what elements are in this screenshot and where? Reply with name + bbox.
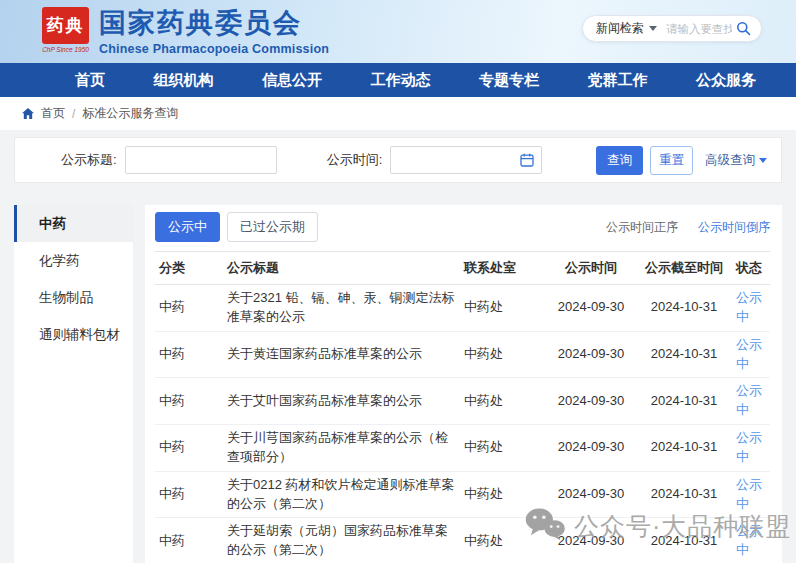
search-category-dropdown[interactable]: 新闻检索 bbox=[596, 20, 657, 37]
sort-time-ascending[interactable]: 公示时间正序 bbox=[606, 219, 678, 236]
category-cell: 中药 bbox=[155, 378, 223, 425]
status-link[interactable]: 公示中 bbox=[736, 337, 762, 371]
category-cell: 中药 bbox=[155, 285, 223, 332]
table-row: 中药关于0212 药材和饮片检定通则标准草案的公示（第二次）中药处2024-09… bbox=[155, 471, 770, 518]
seal-caption: ChP Since 1950 bbox=[42, 46, 89, 53]
main-content: 公示中 已过公示期 公示时间正序 公示时间倒序 分类公示标题联系处室公示时间公示… bbox=[145, 205, 782, 563]
status-link[interactable]: 公示中 bbox=[736, 477, 762, 511]
status-link[interactable]: 公示中 bbox=[736, 383, 762, 417]
breadcrumb-current: 标准公示服务查询 bbox=[82, 105, 178, 122]
publish-date-cell: 2024-09-30 bbox=[546, 425, 636, 472]
nav-item-0[interactable]: 首页 bbox=[75, 71, 105, 90]
office-cell: 中药处 bbox=[460, 471, 546, 518]
table-row: 中药关于2321 铅、镉、砷、汞、铜测定法标准草案的公示中药处2024-09-3… bbox=[155, 285, 770, 332]
table-row: 中药关于川芎国家药品标准草案的公示（检查项部分）中药处2024-09-30202… bbox=[155, 425, 770, 472]
category-cell: 中药 bbox=[155, 471, 223, 518]
status-cell: 公示中 bbox=[732, 425, 770, 472]
filter-panel: 公示标题: 公示时间: 查询 重置 高级查询 bbox=[14, 137, 782, 183]
category-sidebar: 中药化学药生物制品通则辅料包材 bbox=[14, 205, 133, 563]
publish-date-cell: 2024-09-30 bbox=[546, 378, 636, 425]
advanced-query-label: 高级查询 bbox=[705, 152, 755, 169]
category-cell: 中药 bbox=[155, 331, 223, 378]
column-header: 分类 bbox=[155, 252, 223, 285]
search-category-label: 新闻检索 bbox=[596, 20, 644, 37]
sort-time-descending[interactable]: 公示时间倒序 bbox=[698, 219, 770, 236]
logo: 药典 ChP Since 1950 国家药典委员会 Chinese Pharma… bbox=[42, 7, 329, 57]
status-link[interactable]: 公示中 bbox=[736, 523, 762, 557]
nav-item-5[interactable]: 党群工作 bbox=[588, 71, 648, 90]
column-header: 联系处室 bbox=[460, 252, 546, 285]
publicity-title-label: 公示标题: bbox=[61, 151, 117, 169]
publicity-table: 分类公示标题联系处室公示时间公示截至时间状态 中药关于2321 铅、镉、砷、汞、… bbox=[155, 251, 770, 563]
column-header: 公示时间 bbox=[546, 252, 636, 285]
nav-item-3[interactable]: 工作动态 bbox=[371, 71, 431, 90]
site-title: 国家药典委员会 bbox=[99, 9, 329, 39]
news-search-box[interactable]: 新闻检索 bbox=[582, 15, 762, 42]
tab-expired-publicity[interactable]: 已过公示期 bbox=[227, 212, 318, 242]
status-cell: 公示中 bbox=[732, 471, 770, 518]
table-row: 中药关于延胡索（元胡）国家药品标准草案的公示（第二次）中药处2024-09-30… bbox=[155, 518, 770, 563]
logo-seal: 药典 ChP Since 1950 bbox=[42, 7, 89, 53]
list-toolbar: 公示中 已过公示期 公示时间正序 公示时间倒序 bbox=[155, 212, 770, 242]
search-icon[interactable] bbox=[736, 21, 751, 36]
chevron-down-icon bbox=[649, 26, 657, 31]
column-header: 公示截至时间 bbox=[636, 252, 732, 285]
site-header: 药典 ChP Since 1950 国家药典委员会 Chinese Pharma… bbox=[0, 0, 796, 63]
publish-date-cell: 2024-09-30 bbox=[546, 331, 636, 378]
query-button[interactable]: 查询 bbox=[596, 146, 643, 175]
table-row: 中药关于艾叶国家药品标准草案的公示中药处2024-09-302024-10-31… bbox=[155, 378, 770, 425]
title-cell[interactable]: 关于2321 铅、镉、砷、汞、铜测定法标准草案的公示 bbox=[223, 285, 460, 332]
tab-in-publicity[interactable]: 公示中 bbox=[155, 212, 220, 242]
end-date-cell: 2024-10-31 bbox=[636, 331, 732, 378]
search-input[interactable] bbox=[666, 23, 732, 35]
title-cell[interactable]: 关于延胡索（元胡）国家药品标准草案的公示（第二次） bbox=[223, 518, 460, 563]
sidebar-item-3[interactable]: 通则辅料包材 bbox=[14, 316, 133, 353]
status-link[interactable]: 公示中 bbox=[736, 290, 762, 324]
table-row: 中药关于黄连国家药品标准草案的公示中药处2024-09-302024-10-31… bbox=[155, 331, 770, 378]
end-date-cell: 2024-10-31 bbox=[636, 471, 732, 518]
publicity-time-input[interactable] bbox=[390, 146, 542, 174]
publish-date-cell: 2024-09-30 bbox=[546, 471, 636, 518]
category-cell: 中药 bbox=[155, 518, 223, 563]
sidebar-item-1[interactable]: 化学药 bbox=[14, 242, 133, 279]
column-header: 状态 bbox=[732, 252, 770, 285]
sidebar-item-0[interactable]: 中药 bbox=[14, 205, 133, 242]
publicity-time-label: 公示时间: bbox=[327, 151, 383, 169]
site-subtitle: Chinese Pharmacopoeia Commission bbox=[99, 42, 329, 56]
reset-button[interactable]: 重置 bbox=[650, 146, 693, 175]
nav-item-1[interactable]: 组织机构 bbox=[154, 71, 214, 90]
publicity-title-input[interactable] bbox=[125, 146, 277, 174]
office-cell: 中药处 bbox=[460, 331, 546, 378]
home-icon[interactable] bbox=[22, 108, 34, 119]
nav-item-6[interactable]: 公众服务 bbox=[696, 71, 756, 90]
title-cell[interactable]: 关于黄连国家药品标准草案的公示 bbox=[223, 331, 460, 378]
end-date-cell: 2024-10-31 bbox=[636, 425, 732, 472]
status-cell: 公示中 bbox=[732, 518, 770, 563]
category-cell: 中药 bbox=[155, 425, 223, 472]
advanced-query-link[interactable]: 高级查询 bbox=[705, 152, 767, 169]
status-cell: 公示中 bbox=[732, 331, 770, 378]
end-date-cell: 2024-10-31 bbox=[636, 378, 732, 425]
title-cell[interactable]: 关于0212 药材和饮片检定通则标准草案的公示（第二次） bbox=[223, 471, 460, 518]
status-cell: 公示中 bbox=[732, 285, 770, 332]
end-date-cell: 2024-10-31 bbox=[636, 518, 732, 563]
office-cell: 中药处 bbox=[460, 518, 546, 563]
pharmacopoeia-seal-icon: 药典 bbox=[42, 7, 89, 44]
nav-item-4[interactable]: 专题专栏 bbox=[479, 71, 539, 90]
sidebar-item-2[interactable]: 生物制品 bbox=[14, 279, 133, 316]
main-nav: 首页组织机构信息公开工作动态专题专栏党群工作公众服务 bbox=[0, 63, 796, 97]
title-cell[interactable]: 关于艾叶国家药品标准草案的公示 bbox=[223, 378, 460, 425]
status-link[interactable]: 公示中 bbox=[736, 430, 762, 464]
end-date-cell: 2024-10-31 bbox=[636, 285, 732, 332]
chevron-down-icon bbox=[759, 158, 767, 163]
office-cell: 中药处 bbox=[460, 285, 546, 332]
nav-item-2[interactable]: 信息公开 bbox=[262, 71, 322, 90]
office-cell: 中药处 bbox=[460, 378, 546, 425]
breadcrumb-home-link[interactable]: 首页 bbox=[41, 105, 65, 122]
publish-date-cell: 2024-09-30 bbox=[546, 285, 636, 332]
title-cell[interactable]: 关于川芎国家药品标准草案的公示（检查项部分） bbox=[223, 425, 460, 472]
office-cell: 中药处 bbox=[460, 425, 546, 472]
table-header-row: 分类公示标题联系处室公示时间公示截至时间状态 bbox=[155, 252, 770, 285]
publish-date-cell: 2024-09-30 bbox=[546, 518, 636, 563]
status-cell: 公示中 bbox=[732, 378, 770, 425]
